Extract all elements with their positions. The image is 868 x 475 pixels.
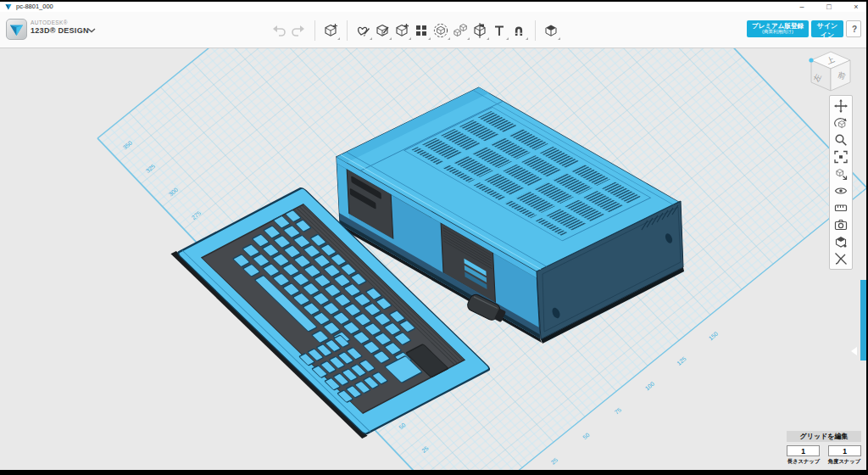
- navigation-toolbar: [829, 95, 853, 270]
- minimize-button[interactable]: –: [795, 2, 809, 12]
- visibility-icon[interactable]: [832, 182, 850, 199]
- angle-snap-label: 角度スナップ: [826, 458, 863, 466]
- tool-strip: [270, 18, 561, 43]
- snap-icon[interactable]: [509, 20, 529, 42]
- view-cube[interactable]: 上 左 前: [804, 49, 858, 97]
- fit-view-icon[interactable]: [832, 148, 850, 165]
- close-button[interactable]: ×: [849, 2, 863, 12]
- material-browser-icon[interactable]: [832, 233, 850, 250]
- help-button[interactable]: ?: [846, 20, 861, 37]
- collapse-arrow-icon[interactable]: [851, 347, 857, 355]
- svg-text:75: 75: [614, 406, 623, 415]
- svg-text:150: 150: [708, 331, 720, 342]
- app-logo[interactable]: [6, 19, 27, 40]
- premium-button[interactable]: プレミアム版登録 (商業利用向け): [747, 20, 809, 37]
- panel-edge-strip[interactable]: [860, 280, 866, 360]
- signin-button[interactable]: サインイン: [811, 20, 843, 37]
- look-at-icon[interactable]: [832, 165, 850, 182]
- construct-icon[interactable]: [373, 20, 392, 42]
- svg-text:50: 50: [581, 432, 591, 440]
- svg-text:100: 100: [644, 381, 656, 392]
- brand-autodesk: AUTODESK®: [31, 20, 68, 25]
- window-title: pc-8801_000: [16, 3, 53, 10]
- zoom-icon[interactable]: [832, 131, 850, 148]
- material-icon[interactable]: [542, 20, 561, 42]
- redo-icon[interactable]: [289, 20, 309, 42]
- measure-icon[interactable]: [470, 20, 490, 42]
- brand-product: 123D® DESIGN: [31, 26, 89, 35]
- undo-icon[interactable]: [270, 20, 289, 42]
- grid-edit-panel: グリッドを編集 長さスナップ 角度スナップ: [785, 431, 863, 466]
- text-icon[interactable]: [490, 20, 509, 42]
- edit-grid-button[interactable]: グリッドを編集: [787, 431, 861, 442]
- premium-sublabel: (商業利用向け): [748, 30, 807, 35]
- 123d-logo-icon: [7, 20, 26, 39]
- modify-icon[interactable]: [392, 20, 412, 42]
- 3d-viewport[interactable]: 3503253002752502252001751501251007550251…: [0, 48, 866, 470]
- app-window: pc-8801_000 – □ × AUTODESK® 123D® DESIGN: [0, 0, 868, 475]
- orbit-icon[interactable]: [832, 115, 850, 131]
- angle-snap-input[interactable]: [828, 445, 861, 456]
- viewport-canvas[interactable]: 3503253002752502252001751501251007550251…: [0, 48, 866, 470]
- snap-settings-icon[interactable]: [832, 199, 850, 216]
- svg-text:125: 125: [676, 355, 687, 366]
- combine-icon[interactable]: [451, 20, 470, 42]
- length-snap-input[interactable]: [787, 445, 820, 456]
- view-cube-corner-dot: [809, 58, 813, 62]
- pattern-icon[interactable]: [412, 20, 431, 42]
- grouping-icon[interactable]: [431, 20, 451, 42]
- maximize-button[interactable]: □: [822, 2, 836, 12]
- pan-icon[interactable]: [832, 98, 850, 115]
- title-bar: pc-8801_000 – □ ×: [0, 2, 866, 12]
- screenshot-icon[interactable]: [832, 216, 850, 233]
- sketch-icon[interactable]: [353, 20, 373, 42]
- primitives-icon[interactable]: [321, 20, 341, 42]
- menu-chevron-icon[interactable]: [87, 28, 96, 33]
- app-icon: [5, 3, 12, 10]
- toggle-outlines-icon[interactable]: [832, 250, 850, 267]
- header-actions: プレミアム版登録 (商業利用向け) サインイン ?: [747, 20, 861, 37]
- main-toolbar: AUTODESK® 123D® DESIGN プレミアム版登録 (商業利用向け: [0, 12, 866, 48]
- svg-text:25: 25: [550, 456, 559, 465]
- length-snap-label: 長さスナップ: [785, 458, 822, 466]
